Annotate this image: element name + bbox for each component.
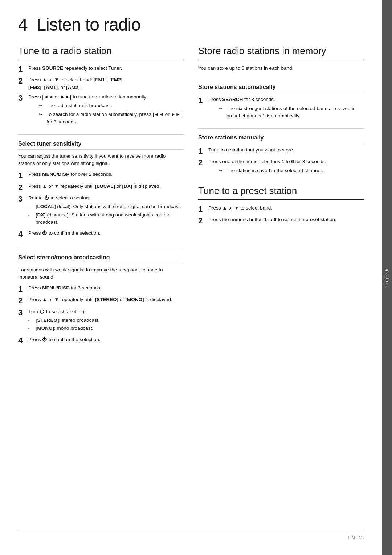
sensitivity-step-3: 3 Rotate ⏻ to select a setting: • [LOCAL… [18, 194, 184, 227]
preset-steps: 1 Press ▲ or ▼ to select band. 2 Press t… [198, 204, 364, 226]
preset-section: Tune to a preset station 1 Press ▲ or ▼ … [198, 185, 364, 226]
tune-step-1: 1 Press SOURCE repeatedly to select Tune… [18, 65, 184, 74]
stereo-bullet-1: • [STEREO]: stereo broadcast. [28, 317, 184, 324]
manual-store-title: Store stations manually [198, 134, 364, 143]
sensitivity-steps-list: 1 Press MENU/DISP for over 2 seconds. 2 … [18, 171, 184, 239]
stereo-step-1: 1 Press MENU/DISP for 3 seconds. [18, 284, 184, 294]
chapter-title-text: Listen to radio [36, 15, 140, 34]
store-desc: You can store up to 6 stations in each b… [198, 65, 364, 72]
side-language-tab: English [382, 0, 392, 555]
store-section: Store radio stations in memory You can s… [198, 45, 364, 174]
divider-3 [198, 78, 364, 78]
manual-store-arrow: ↪ The station is saved in the selected c… [219, 167, 364, 174]
left-column: Tune to a radio station 1 Press SOURCE r… [18, 45, 184, 531]
tune-step-3-arrow-2: ↪ To search for a radio station automati… [38, 111, 184, 126]
footer-lang: EN [348, 535, 355, 540]
sensitivity-bullet-1: • [LOCAL] (local): Only stations with st… [28, 203, 184, 210]
sensitivity-bullets: • [LOCAL] (local): Only stations with st… [28, 203, 184, 226]
side-tab-label: English [384, 268, 389, 287]
auto-store-title: Store stations automatically [198, 84, 364, 93]
sensitivity-step-1: 1 Press MENU/DISP for over 2 seconds. [18, 171, 184, 180]
chapter-title: 4 Listen to radio [18, 15, 364, 35]
stereo-step-3: 3 Turn ⏻ to select a setting: • [STEREO]… [18, 308, 184, 334]
chapter-number: 4 [18, 15, 28, 34]
stereo-section: Select stereo/mono broadcasting For stat… [18, 254, 184, 345]
manual-store-step-2: 2 Press one of the numeric buttons 1 to … [198, 158, 364, 174]
stereo-title: Select stereo/mono broadcasting [18, 254, 184, 263]
divider-4 [198, 128, 364, 129]
right-column: Store radio stations in memory You can s… [198, 45, 364, 531]
auto-store-step-1: 1 Press SEARCH for 3 seconds. ↪ The six … [198, 96, 364, 119]
stereo-step-2: 2 Press ▲ or ▼ repeatedly until [STEREO]… [18, 296, 184, 305]
tune-step-3-arrow-1: ↪ The radio station is broadcast. [38, 102, 184, 109]
manual-store-steps: 1 Tune to a station that you want to sto… [198, 146, 364, 174]
stereo-desc: For stations with weak signals: to impro… [18, 266, 184, 281]
divider-1 [18, 134, 184, 135]
footer-page: 13 [359, 535, 364, 540]
store-section-title: Store radio stations in memory [198, 45, 364, 60]
preset-section-title: Tune to a preset station [198, 185, 364, 200]
footer: EN 13 [18, 531, 364, 540]
sensitivity-bullet-2: • [DX] (distance): Stations with strong … [28, 211, 184, 226]
tune-step-3: 3 Press |◄◄ or ►►| to tune to a radio st… [18, 93, 184, 126]
stereo-step-4: 4 Press ⏻ to confirm the selection. [18, 336, 184, 345]
preset-step-2: 2 Press the numeric button 1 to 6 to sel… [198, 216, 364, 226]
sensitivity-section: Select tuner sensitivity You can adjust … [18, 141, 184, 239]
tune-steps-list: 1 Press SOURCE repeatedly to select Tune… [18, 65, 184, 126]
stereo-steps-list: 1 Press MENU/DISP for 3 seconds. 2 Press… [18, 284, 184, 345]
sensitivity-step-4: 4 Press ⏻ to confirm the selection. [18, 230, 184, 239]
sensitivity-step-2: 2 Press ▲ or ▼ repeatedly until [LOCAL] … [18, 183, 184, 192]
manual-store-subsection: Store stations manually 1 Tune to a stat… [198, 134, 364, 174]
auto-store-steps: 1 Press SEARCH for 3 seconds. ↪ The six … [198, 96, 364, 119]
stereo-bullet-2: • [MONO]: mono broadcast. [28, 325, 184, 332]
sensitivity-desc: You can adjust the tuner sensitivity if … [18, 153, 184, 167]
tune-section: Tune to a radio station 1 Press SOURCE r… [18, 45, 184, 126]
auto-store-subsection: Store stations automatically 1 Press SEA… [198, 84, 364, 119]
manual-store-step-1: 1 Tune to a station that you want to sto… [198, 146, 364, 156]
divider-2 [18, 248, 184, 248]
sensitivity-title: Select tuner sensitivity [18, 141, 184, 150]
tune-step-2: 2 Press ▲ or ▼ to select band: [FM1], [F… [18, 76, 184, 91]
auto-store-arrow: ↪ The six strongest stations of the sele… [219, 105, 364, 120]
tune-section-title: Tune to a radio station [18, 45, 184, 60]
preset-step-1: 1 Press ▲ or ▼ to select band. [198, 204, 364, 214]
stereo-bullets: • [STEREO]: stereo broadcast. • [MONO]: … [28, 317, 184, 332]
